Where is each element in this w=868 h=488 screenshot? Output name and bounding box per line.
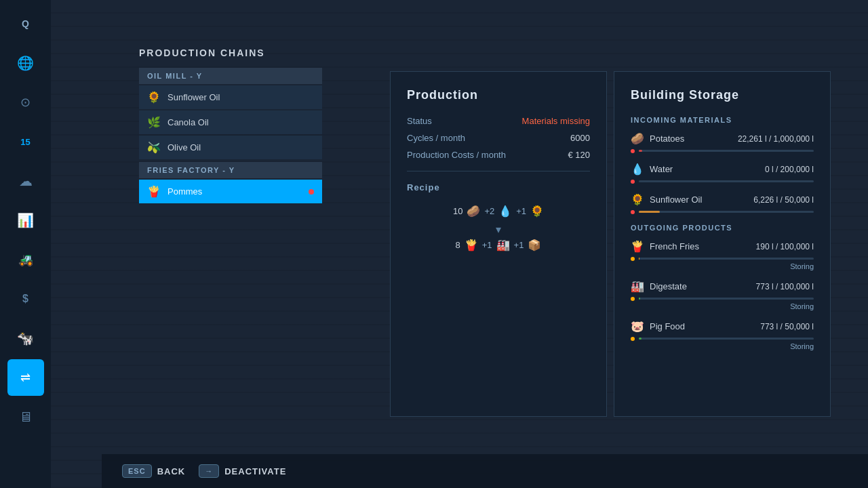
recipe-potato-qty: 10 <box>453 206 462 216</box>
sidebar-item-livestock[interactable]: 🐄 <box>7 320 44 357</box>
recipe-inputs-row: 10 🥔 +2 💧 +1 🌻 <box>407 205 590 218</box>
prod-cycles-value: 6000 <box>570 133 590 143</box>
prod-status-label: Status <box>407 116 432 126</box>
sidebar-item-tractor[interactable]: 🚜 <box>7 241 44 278</box>
sidebar-item-chart[interactable]: 📊 <box>7 202 44 239</box>
water-value: 0 l / 200,000 l <box>765 165 814 174</box>
sunflower-recipe-icon: 🌻 <box>530 205 544 218</box>
sunflower-oil-icon: 🌻 <box>147 91 161 104</box>
chain-item-pommes-label: Pommes <box>167 186 202 197</box>
prod-status-value: Materials missing <box>522 116 590 126</box>
sunflower-oil-dot <box>631 210 635 214</box>
chains-panel-title: PRODUCTION CHAINS <box>139 47 322 58</box>
deactivate-label: DEACTIVATE <box>224 466 286 476</box>
storage-item-french-fries: 🍟 French Fries 190 l / 100,000 l Storing <box>631 240 814 270</box>
back-label: BACK <box>157 466 186 476</box>
recipe-arrow: ▾ <box>407 223 590 236</box>
sunflower-oil-bar <box>639 211 660 213</box>
chain-item-olive-oil[interactable]: 🫒 Olive Oil <box>139 136 322 159</box>
recipe-plus-3: +1 <box>482 240 492 250</box>
chain-item-olive-oil-label: Olive Oil <box>167 142 201 152</box>
incoming-section-header: INCOMING MATERIALS <box>631 116 814 124</box>
sidebar-item-q[interactable]: Q <box>7 5 44 42</box>
pig-food-dot <box>631 337 635 341</box>
digestate-storage-icon: 🏭 <box>631 280 644 293</box>
recipe-outputs-row: 8 🍟 +1 🏭 +1 📦 <box>407 239 590 251</box>
sidebar-item-steering[interactable]: ⊙ <box>7 84 44 121</box>
pig-food-storage-icon: 🐷 <box>631 320 644 333</box>
sidebar-item-monitor[interactable]: 🖥 <box>7 399 44 435</box>
potatoes-icon: 🥔 <box>631 132 644 145</box>
sidebar-item-weather[interactable]: ☁ <box>7 163 44 199</box>
bottom-bar: ESC BACK → DEACTIVATE <box>102 454 868 488</box>
prod-cycles-row: Cycles / month 6000 <box>407 133 590 143</box>
sidebar-item-calendar[interactable]: 15 <box>7 123 44 160</box>
storage-item-water: 💧 Water 0 l / 200,000 l <box>631 163 814 184</box>
storage-title: Building Storage <box>631 88 814 102</box>
water-dot <box>631 180 635 184</box>
digestate-name: Digestate <box>650 281 687 291</box>
potato-icon: 🥔 <box>467 205 480 218</box>
storage-item-digestate: 🏭 Digestate 773 l / 100,000 l Storing <box>631 280 814 310</box>
water-name: Water <box>650 164 673 174</box>
pig-food-status: Storing <box>631 342 814 350</box>
sidebar-item-globe[interactable]: 🌐 <box>7 45 44 81</box>
prod-cycles-label: Cycles / month <box>407 133 465 143</box>
digestate-bar <box>639 298 640 300</box>
sidebar-item-dollar[interactable]: $ <box>7 281 44 317</box>
pommes-icon: 🍟 <box>147 185 161 198</box>
box-icon: 📦 <box>528 239 541 251</box>
canola-oil-icon: 🌿 <box>147 116 161 129</box>
olive-oil-icon: 🫒 <box>147 141 161 154</box>
recipe-plus-2: +1 <box>516 206 526 216</box>
french-fries-storage-icon: 🍟 <box>631 240 644 253</box>
chain-item-pommes[interactable]: 🍟 Pommes <box>139 180 322 203</box>
production-divider <box>407 171 590 171</box>
pig-food-bar <box>639 338 642 340</box>
storage-item-potatoes: 🥔 Potatoes 22,261 l / 1,000,000 l <box>631 132 814 153</box>
recipe-fries-qty: 8 <box>456 240 460 250</box>
sunflower-oil-value: 6,226 l / 50,000 l <box>753 195 814 205</box>
chain-item-sunflower-oil-label: Sunflower Oil <box>167 92 220 102</box>
prod-costs-label: Production Costs / month <box>407 150 506 160</box>
fries-recipe-icon: 🍟 <box>465 239 478 251</box>
storage-panel: Building Storage INCOMING MATERIALS 🥔 Po… <box>614 71 831 417</box>
digestate-status: Storing <box>631 302 814 310</box>
factory-icon: 🏭 <box>496 239 510 251</box>
group-header-oil-mill: OIL MILL - Y <box>139 68 322 84</box>
chain-item-sunflower-oil[interactable]: 🌻 Sunflower Oil <box>139 85 322 109</box>
storage-item-sunflower-oil: 🌻 Sunflower Oil 6,226 l / 50,000 l <box>631 193 814 214</box>
chains-panel: PRODUCTION CHAINS OIL MILL - Y 🌻 Sunflow… <box>139 47 322 205</box>
pommes-status-dot <box>309 189 314 195</box>
production-panel: Production Status Materials missing Cycl… <box>390 71 607 417</box>
digestate-value: 773 l / 100,000 l <box>756 282 814 291</box>
french-fries-name: French Fries <box>650 241 699 251</box>
recipe-title: Recipe <box>407 182 590 192</box>
outgoing-section-header: OUTGOING PRODUCTS <box>631 224 814 232</box>
back-button[interactable]: ESC BACK <box>122 464 185 478</box>
production-title: Production <box>407 88 590 102</box>
pig-food-value: 773 l / 50,000 l <box>760 322 814 331</box>
water-storage-icon: 💧 <box>631 163 644 176</box>
arrow-key: → <box>199 464 219 478</box>
sunflower-oil-storage-icon: 🌻 <box>631 193 644 206</box>
esc-key: ESC <box>122 464 152 478</box>
deactivate-button[interactable]: → DEACTIVATE <box>199 464 286 478</box>
chain-item-canola-oil[interactable]: 🌿 Canola Oil <box>139 110 322 134</box>
prod-costs-row: Production Costs / month € 120 <box>407 150 590 160</box>
sidebar: Q 🌐 ⊙ 15 ☁ 📊 🚜 $ 🐄 ⇌ 🖥 <box>0 0 51 488</box>
french-fries-bar <box>639 258 639 260</box>
recipe-plus-4: +1 <box>514 240 524 250</box>
french-fries-value: 190 l / 100,000 l <box>756 242 814 251</box>
french-fries-status: Storing <box>631 262 814 270</box>
recipe-plus-1: +2 <box>484 206 494 216</box>
storage-item-pig-food: 🐷 Pig Food 773 l / 50,000 l Storing <box>631 320 814 350</box>
group-header-fries-factory: FRIES FACTORY - Y <box>139 162 322 178</box>
potatoes-value: 22,261 l / 1,000,000 l <box>738 134 814 144</box>
sidebar-item-production[interactable]: ⇌ <box>7 359 44 396</box>
prod-costs-value: € 120 <box>568 150 590 160</box>
potatoes-bar <box>639 150 642 152</box>
chain-item-canola-oil-label: Canola Oil <box>167 117 209 127</box>
digestate-dot <box>631 297 635 301</box>
potatoes-name: Potatoes <box>650 134 684 144</box>
